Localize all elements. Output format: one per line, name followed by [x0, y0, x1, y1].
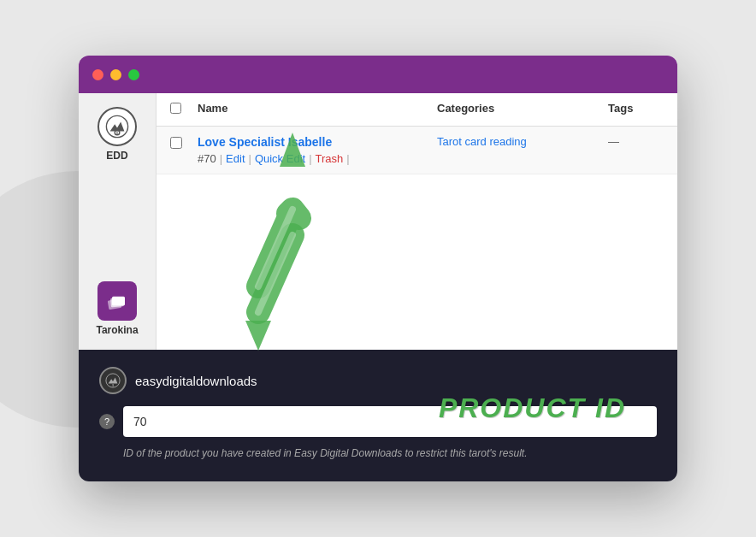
sidebar-item-edd[interactable]: $ EDD: [97, 107, 137, 162]
row-id: #70: [198, 152, 216, 165]
table-header: Name Categories Tags: [157, 93, 677, 127]
svg-text:$: $: [112, 384, 114, 387]
tags-column-header: Tags: [608, 102, 664, 117]
row-actions: #70 | Edit | Quick Edit | Trash |: [198, 152, 437, 165]
select-all-checkbox-cell: [170, 102, 198, 117]
input-description: ID of the product you have created in Ea…: [123, 446, 657, 461]
tags-cell: —: [608, 135, 664, 165]
close-button[interactable]: [92, 69, 103, 80]
product-name-link[interactable]: Love Specialist Isabelle: [198, 135, 437, 149]
bottom-panel: $ easydigitaldownloads PRODUCT ID ? ID o…: [79, 350, 677, 481]
svg-text:$: $: [116, 132, 118, 135]
edit-link[interactable]: Edit: [226, 152, 245, 165]
bottom-panel-header: $ easydigitaldownloads: [99, 367, 657, 394]
svg-rect-5: [112, 297, 125, 306]
sidebar-item-tarokina[interactable]: Tarokina: [96, 281, 138, 336]
row-name-column: Love Specialist Isabelle #70 | Edit | Qu…: [198, 135, 437, 165]
edd-brand-name: easydigitaldownloads: [135, 374, 257, 388]
maximize-button[interactable]: [128, 69, 139, 80]
edd-bottom-icon: $: [99, 367, 127, 394]
minimize-button[interactable]: [110, 69, 121, 80]
tarokina-icon: [97, 281, 137, 321]
main-content: Name Categories Tags Love Specialist Isa…: [156, 93, 677, 350]
table-row: Love Specialist Isabelle #70 | Edit | Qu…: [157, 127, 677, 174]
separator-2: |: [249, 152, 251, 165]
edd-icon: $: [97, 107, 137, 146]
sidebar-edd-label: EDD: [106, 150, 127, 162]
product-id-annotation-label: PRODUCT ID: [439, 392, 626, 424]
category-cell[interactable]: Tarot card reading: [437, 135, 608, 165]
row-checkbox[interactable]: [170, 137, 182, 149]
sidebar-tarokina-label: Tarokina: [96, 324, 138, 336]
name-column-header: Name: [198, 102, 437, 117]
select-all-checkbox[interactable]: [170, 103, 181, 114]
categories-column-header: Categories: [437, 102, 608, 117]
separator-1: |: [220, 152, 222, 165]
help-icon[interactable]: ?: [99, 414, 115, 429]
trash-link[interactable]: Trash: [316, 152, 344, 165]
separator-3: |: [309, 152, 311, 165]
row-checkbox-cell: [170, 135, 198, 165]
quick-edit-link[interactable]: Quick Edit: [255, 152, 305, 165]
separator-4: |: [346, 152, 349, 165]
sidebar: $ EDD Tarokina: [79, 93, 156, 350]
titlebar: [79, 56, 677, 93]
